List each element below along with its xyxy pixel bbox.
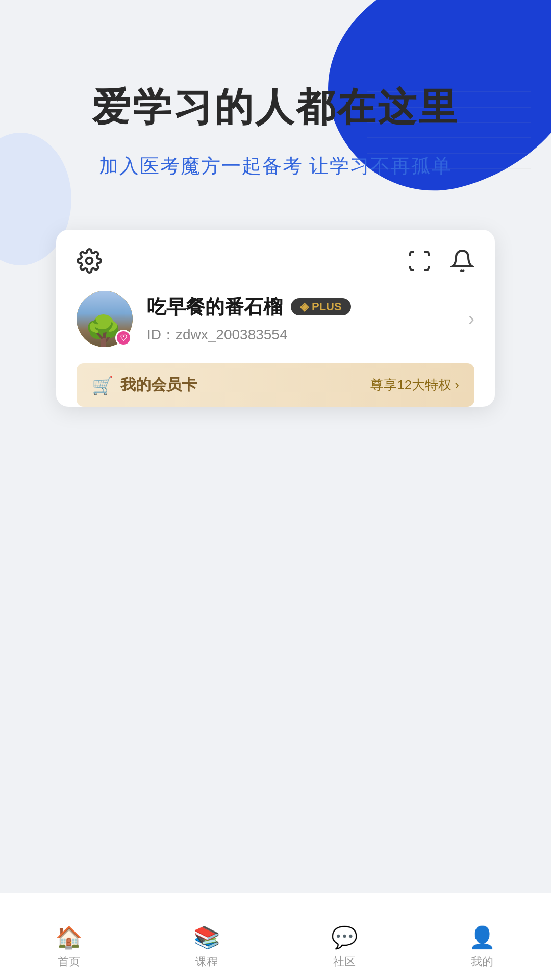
profile-name: 吃早餐的番石榴: [147, 294, 283, 320]
nav-profile-label: 我的: [471, 954, 493, 969]
community-icon: 💬: [331, 925, 358, 950]
course-icon: 📚: [193, 925, 220, 950]
nav-item-home[interactable]: 🏠 首页: [0, 914, 138, 980]
nav-home-label: 首页: [58, 954, 80, 969]
membership-icon: 🛒: [92, 375, 113, 396]
svg-point-6: [86, 258, 93, 264]
bell-icon[interactable]: [450, 249, 474, 275]
plus-badge: PLUS: [291, 298, 351, 315]
home-icon: 🏠: [56, 925, 82, 950]
profile-card-icons: [77, 248, 474, 276]
nav-course-label: 课程: [195, 954, 218, 969]
profile-arrow-icon[interactable]: ›: [468, 308, 474, 330]
nav-item-community[interactable]: 💬 社区: [276, 914, 413, 980]
membership-chevron-icon: ›: [455, 377, 459, 393]
membership-label: 我的会员卡: [120, 375, 197, 396]
profile-icon: 👤: [469, 925, 495, 950]
profile-card: ♡ 吃早餐的番石榴 PLUS ID：zdwx_200383554 › 🛒 我的会…: [56, 230, 495, 407]
profile-id: ID：zdwx_200383554: [147, 325, 454, 345]
avatar-badge: ♡: [115, 330, 132, 346]
nav-item-profile[interactable]: 👤 我的: [413, 914, 551, 980]
membership-bar[interactable]: 🛒 我的会员卡 尊享12大特权 ›: [77, 363, 474, 407]
user-info-row: ♡ 吃早餐的番石榴 PLUS ID：zdwx_200383554 ›: [77, 291, 474, 347]
hero-subtitle: 加入医考魔方一起备考 让学习不再孤单: [0, 153, 551, 179]
gear-icon[interactable]: [77, 248, 102, 276]
scan-icon[interactable]: [407, 249, 432, 275]
membership-privilege: 尊享12大特权: [370, 376, 452, 394]
hero-title: 爱学习的人都在这里: [0, 82, 551, 134]
nav-community-label: 社区: [333, 954, 356, 969]
avatar: ♡: [77, 291, 133, 347]
nav-item-course[interactable]: 📚 课程: [138, 914, 276, 980]
bottom-nav: 🏠 首页 📚 课程 💬 社区 👤 我的: [0, 914, 551, 980]
profile-info: 吃早餐的番石榴 PLUS ID：zdwx_200383554: [147, 294, 454, 345]
